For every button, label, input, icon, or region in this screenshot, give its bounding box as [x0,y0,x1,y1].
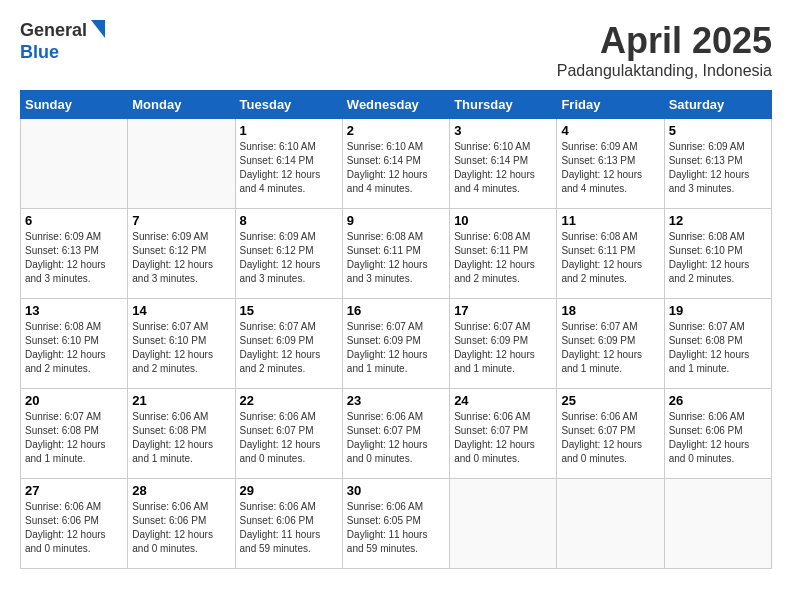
calendar-cell: 16Sunrise: 6:07 AM Sunset: 6:09 PM Dayli… [342,299,449,389]
day-number: 4 [561,123,659,138]
day-number: 5 [669,123,767,138]
day-info: Sunrise: 6:06 AM Sunset: 6:06 PM Dayligh… [240,500,338,556]
day-number: 3 [454,123,552,138]
day-number: 26 [669,393,767,408]
title-area: April 2025 Padangulaktanding, Indonesia [557,20,772,80]
calendar-cell [664,479,771,569]
calendar-cell: 11Sunrise: 6:08 AM Sunset: 6:11 PM Dayli… [557,209,664,299]
calendar-week-row: 6Sunrise: 6:09 AM Sunset: 6:13 PM Daylig… [21,209,772,299]
day-header-friday: Friday [557,91,664,119]
calendar-cell [557,479,664,569]
day-info: Sunrise: 6:10 AM Sunset: 6:14 PM Dayligh… [240,140,338,196]
day-number: 29 [240,483,338,498]
day-number: 21 [132,393,230,408]
calendar-header-row: SundayMondayTuesdayWednesdayThursdayFrid… [21,91,772,119]
day-info: Sunrise: 6:09 AM Sunset: 6:13 PM Dayligh… [669,140,767,196]
calendar-cell: 5Sunrise: 6:09 AM Sunset: 6:13 PM Daylig… [664,119,771,209]
day-header-monday: Monday [128,91,235,119]
day-info: Sunrise: 6:06 AM Sunset: 6:07 PM Dayligh… [561,410,659,466]
calendar-cell: 18Sunrise: 6:07 AM Sunset: 6:09 PM Dayli… [557,299,664,389]
calendar-cell [21,119,128,209]
day-header-saturday: Saturday [664,91,771,119]
calendar-cell: 6Sunrise: 6:09 AM Sunset: 6:13 PM Daylig… [21,209,128,299]
calendar-cell: 27Sunrise: 6:06 AM Sunset: 6:06 PM Dayli… [21,479,128,569]
calendar-cell [450,479,557,569]
location-title: Padangulaktanding, Indonesia [557,62,772,80]
day-info: Sunrise: 6:06 AM Sunset: 6:06 PM Dayligh… [669,410,767,466]
day-info: Sunrise: 6:07 AM Sunset: 6:08 PM Dayligh… [669,320,767,376]
day-info: Sunrise: 6:08 AM Sunset: 6:10 PM Dayligh… [669,230,767,286]
day-header-tuesday: Tuesday [235,91,342,119]
day-number: 20 [25,393,123,408]
calendar-table: SundayMondayTuesdayWednesdayThursdayFrid… [20,90,772,569]
calendar-cell: 26Sunrise: 6:06 AM Sunset: 6:06 PM Dayli… [664,389,771,479]
calendar-week-row: 13Sunrise: 6:08 AM Sunset: 6:10 PM Dayli… [21,299,772,389]
day-info: Sunrise: 6:07 AM Sunset: 6:08 PM Dayligh… [25,410,123,466]
day-info: Sunrise: 6:06 AM Sunset: 6:07 PM Dayligh… [347,410,445,466]
day-info: Sunrise: 6:09 AM Sunset: 6:13 PM Dayligh… [25,230,123,286]
calendar-cell: 15Sunrise: 6:07 AM Sunset: 6:09 PM Dayli… [235,299,342,389]
day-info: Sunrise: 6:06 AM Sunset: 6:06 PM Dayligh… [25,500,123,556]
svg-marker-0 [91,20,105,38]
day-number: 27 [25,483,123,498]
calendar-cell: 12Sunrise: 6:08 AM Sunset: 6:10 PM Dayli… [664,209,771,299]
day-info: Sunrise: 6:09 AM Sunset: 6:12 PM Dayligh… [132,230,230,286]
calendar-cell: 19Sunrise: 6:07 AM Sunset: 6:08 PM Dayli… [664,299,771,389]
day-number: 24 [454,393,552,408]
calendar-week-row: 1Sunrise: 6:10 AM Sunset: 6:14 PM Daylig… [21,119,772,209]
month-title: April 2025 [557,20,772,62]
day-number: 1 [240,123,338,138]
calendar-cell: 1Sunrise: 6:10 AM Sunset: 6:14 PM Daylig… [235,119,342,209]
calendar-cell: 21Sunrise: 6:06 AM Sunset: 6:08 PM Dayli… [128,389,235,479]
day-header-thursday: Thursday [450,91,557,119]
day-info: Sunrise: 6:07 AM Sunset: 6:09 PM Dayligh… [454,320,552,376]
calendar-cell: 22Sunrise: 6:06 AM Sunset: 6:07 PM Dayli… [235,389,342,479]
day-number: 28 [132,483,230,498]
day-info: Sunrise: 6:07 AM Sunset: 6:10 PM Dayligh… [132,320,230,376]
logo-general-text: General [20,20,87,41]
day-info: Sunrise: 6:06 AM Sunset: 6:06 PM Dayligh… [132,500,230,556]
calendar-cell: 2Sunrise: 6:10 AM Sunset: 6:14 PM Daylig… [342,119,449,209]
day-header-sunday: Sunday [21,91,128,119]
day-info: Sunrise: 6:08 AM Sunset: 6:11 PM Dayligh… [454,230,552,286]
day-number: 11 [561,213,659,228]
day-info: Sunrise: 6:09 AM Sunset: 6:12 PM Dayligh… [240,230,338,286]
day-info: Sunrise: 6:06 AM Sunset: 6:05 PM Dayligh… [347,500,445,556]
day-number: 9 [347,213,445,228]
calendar-cell: 13Sunrise: 6:08 AM Sunset: 6:10 PM Dayli… [21,299,128,389]
day-number: 12 [669,213,767,228]
calendar-cell: 28Sunrise: 6:06 AM Sunset: 6:06 PM Dayli… [128,479,235,569]
calendar-cell: 29Sunrise: 6:06 AM Sunset: 6:06 PM Dayli… [235,479,342,569]
day-number: 16 [347,303,445,318]
calendar-cell: 24Sunrise: 6:06 AM Sunset: 6:07 PM Dayli… [450,389,557,479]
calendar-cell: 25Sunrise: 6:06 AM Sunset: 6:07 PM Dayli… [557,389,664,479]
calendar-cell: 9Sunrise: 6:08 AM Sunset: 6:11 PM Daylig… [342,209,449,299]
day-info: Sunrise: 6:10 AM Sunset: 6:14 PM Dayligh… [347,140,445,196]
calendar-week-row: 20Sunrise: 6:07 AM Sunset: 6:08 PM Dayli… [21,389,772,479]
day-number: 15 [240,303,338,318]
day-info: Sunrise: 6:09 AM Sunset: 6:13 PM Dayligh… [561,140,659,196]
calendar-week-row: 27Sunrise: 6:06 AM Sunset: 6:06 PM Dayli… [21,479,772,569]
calendar-cell: 17Sunrise: 6:07 AM Sunset: 6:09 PM Dayli… [450,299,557,389]
logo: General Blue [20,20,105,63]
calendar-cell [128,119,235,209]
page-header: General Blue April 2025 Padangulaktandin… [20,20,772,80]
day-info: Sunrise: 6:08 AM Sunset: 6:11 PM Dayligh… [561,230,659,286]
day-info: Sunrise: 6:07 AM Sunset: 6:09 PM Dayligh… [240,320,338,376]
day-info: Sunrise: 6:07 AM Sunset: 6:09 PM Dayligh… [561,320,659,376]
day-info: Sunrise: 6:08 AM Sunset: 6:11 PM Dayligh… [347,230,445,286]
day-number: 17 [454,303,552,318]
calendar-cell: 3Sunrise: 6:10 AM Sunset: 6:14 PM Daylig… [450,119,557,209]
calendar-cell: 4Sunrise: 6:09 AM Sunset: 6:13 PM Daylig… [557,119,664,209]
day-info: Sunrise: 6:06 AM Sunset: 6:08 PM Dayligh… [132,410,230,466]
calendar-cell: 30Sunrise: 6:06 AM Sunset: 6:05 PM Dayli… [342,479,449,569]
day-number: 14 [132,303,230,318]
day-number: 6 [25,213,123,228]
calendar-cell: 8Sunrise: 6:09 AM Sunset: 6:12 PM Daylig… [235,209,342,299]
calendar-cell: 23Sunrise: 6:06 AM Sunset: 6:07 PM Dayli… [342,389,449,479]
calendar-cell: 20Sunrise: 6:07 AM Sunset: 6:08 PM Dayli… [21,389,128,479]
day-number: 23 [347,393,445,408]
day-info: Sunrise: 6:06 AM Sunset: 6:07 PM Dayligh… [240,410,338,466]
day-number: 10 [454,213,552,228]
day-info: Sunrise: 6:08 AM Sunset: 6:10 PM Dayligh… [25,320,123,376]
